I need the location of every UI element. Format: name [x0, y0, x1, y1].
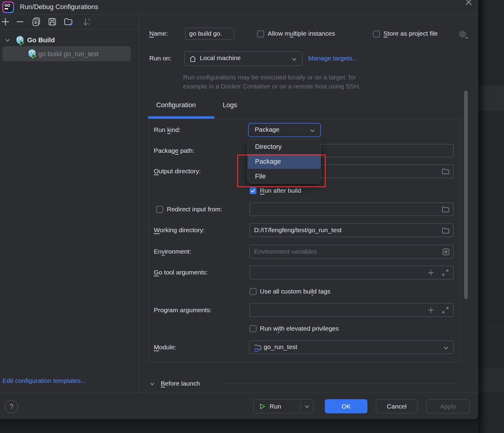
working-directory-label: Working directory:: [154, 226, 205, 234]
use-custom-build-tags-label: Use all custom build tags: [260, 288, 330, 295]
go-tool-arguments-label: Go tool arguments:: [154, 269, 208, 276]
goland-logo-icon: GO: [2, 2, 14, 13]
remove-configuration-button[interactable]: [15, 17, 25, 27]
chevron-down-icon[interactable]: [149, 380, 156, 387]
folder-icon[interactable]: [441, 227, 450, 235]
go-gopher-icon: [16, 36, 25, 45]
chevron-down-icon[interactable]: [4, 37, 11, 43]
run-on-hint-line2: example in a Docker Container or on a re…: [183, 83, 360, 90]
run-kind-select[interactable]: Package: [248, 123, 321, 137]
redirect-input-checkbox[interactable]: [156, 206, 163, 213]
chevron-down-icon: [291, 56, 298, 62]
dialog-title: Run/Debug Configurations: [20, 3, 98, 11]
run-debug-configurations-dialog: GO Run/Debug Configurations: [0, 0, 478, 419]
add-icon[interactable]: [427, 269, 435, 277]
working-directory-input[interactable]: D:/IT/fengfeng/test/go_run_test: [250, 223, 454, 237]
allow-multiple-instances-checkbox[interactable]: [257, 30, 264, 37]
screen: GO Run/Debug Configurations: [0, 0, 504, 433]
environment-variables-icon[interactable]: [442, 248, 450, 256]
chevron-down-icon[interactable]: [304, 403, 310, 409]
module-select[interactable]: go_run_test: [249, 341, 454, 354]
elevated-privileges-label: Run with elevated privileges: [260, 325, 339, 332]
redirect-input-input[interactable]: [250, 203, 454, 216]
home-icon: [189, 55, 197, 63]
tree-item-label: go build go_run_test: [38, 50, 99, 58]
elevated-privileges-checkbox[interactable]: [250, 325, 257, 332]
use-custom-build-tags-checkbox[interactable]: [250, 288, 257, 295]
program-arguments-input[interactable]: [250, 303, 454, 317]
ok-button[interactable]: OK: [325, 399, 367, 413]
tree-group-go-build[interactable]: Go Build: [27, 36, 55, 44]
folder-icon[interactable]: [441, 168, 450, 175]
allow-multiple-instances-label: Allow multiple instances: [268, 30, 335, 37]
add-icon[interactable]: [427, 306, 435, 314]
expand-icon[interactable]: [441, 306, 449, 314]
environment-input[interactable]: Environment variables: [250, 245, 454, 258]
environment-label: Environment:: [154, 248, 191, 255]
run-on-label: Run on:: [149, 55, 172, 62]
manage-targets-link[interactable]: Manage targets...: [308, 55, 357, 62]
run-after-build-checkbox[interactable]: [250, 187, 257, 194]
add-configuration-button[interactable]: [1, 17, 10, 27]
red-annotation-rectangle: [237, 155, 326, 187]
go-gopher-icon: [28, 49, 37, 59]
copy-configuration-button[interactable]: [31, 17, 41, 27]
edit-templates-link[interactable]: Edit configuration templates...: [2, 377, 86, 384]
expand-icon[interactable]: [441, 269, 449, 277]
run-after-build-label: Run after build: [260, 187, 301, 194]
vertical-scrollbar[interactable]: [464, 91, 468, 299]
run-split-button[interactable]: Run: [253, 399, 313, 413]
svg-text:a: a: [88, 18, 90, 21]
run-kind-label: Run kind:: [154, 126, 181, 133]
before-launch-section[interactable]: Before launch: [161, 380, 200, 387]
run-on-hint-line1: Run configurations may be executed local…: [183, 74, 356, 81]
sort-alphabetically-icon[interactable]: a z: [82, 17, 92, 27]
apply-button[interactable]: Apply: [426, 399, 470, 413]
gear-icon[interactable]: [458, 30, 468, 40]
name-label: Name:: [149, 30, 168, 37]
svg-text:z: z: [88, 22, 90, 26]
cancel-button[interactable]: Cancel: [376, 399, 418, 413]
name-input[interactable]: go build go.: [185, 28, 234, 40]
close-icon[interactable]: [465, 0, 473, 7]
go-tool-arguments-input[interactable]: [250, 266, 454, 279]
run-on-select[interactable]: Local machine: [184, 51, 302, 66]
store-as-project-file-label: Store as project file: [383, 30, 438, 37]
program-arguments-label: Program arguments:: [154, 306, 212, 314]
option-directory[interactable]: Directory: [248, 139, 321, 154]
tab-configuration[interactable]: Configuration: [156, 101, 196, 109]
package-path-label: Package path:: [154, 147, 194, 154]
folder-icon[interactable]: [441, 206, 450, 213]
chevron-down-icon: [309, 127, 316, 133]
active-tab-underline: [148, 116, 215, 119]
new-folder-button[interactable]: [63, 17, 73, 27]
run-play-icon: [259, 403, 266, 410]
module-label: Module:: [154, 344, 176, 351]
chevron-down-icon: [443, 345, 449, 351]
background-ide-strip: [478, 0, 504, 433]
help-button[interactable]: ?: [5, 400, 18, 413]
store-as-project-file-checkbox[interactable]: [373, 30, 380, 37]
tree-item-selected[interactable]: go build go_run_test: [2, 46, 131, 61]
tab-logs[interactable]: Logs: [223, 101, 237, 109]
output-directory-label: Output directory:: [154, 168, 201, 175]
save-configuration-button[interactable]: [47, 17, 57, 27]
run-split-divider: [300, 402, 301, 411]
redirect-input-label: Redirect input from:: [167, 206, 222, 213]
run-button-label: Run: [270, 403, 281, 410]
module-icon: [253, 343, 262, 352]
